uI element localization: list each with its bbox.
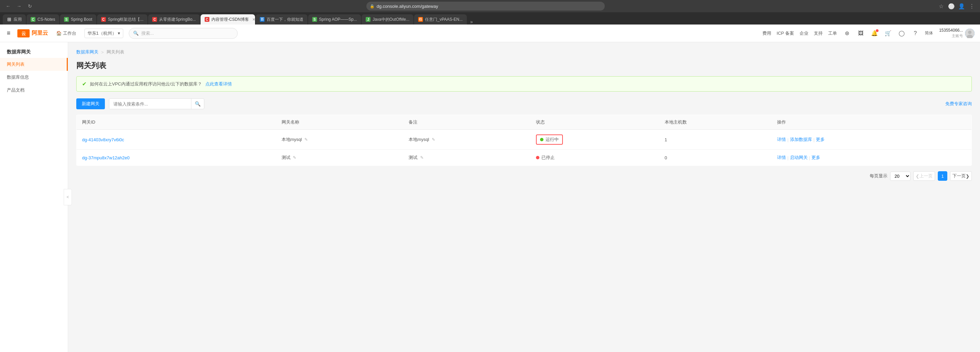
nav-support[interactable]: 支持 [814, 30, 822, 37]
header-account[interactable]: 153554066... 主账号 [939, 27, 975, 38]
new-gateway-button[interactable]: 新建网关 [76, 99, 105, 109]
tab-apps[interactable]: ⊞ 应用 [3, 14, 26, 24]
nav-icp[interactable]: ICP 备案 [777, 30, 794, 37]
address-bar[interactable]: 🔒 dg.console.aliyun.com/gateway [366, 2, 605, 11]
avatar [965, 29, 975, 38]
action-start-2[interactable]: 启动网关 [790, 154, 808, 161]
icon-circle[interactable]: ◯ [897, 29, 907, 38]
col-header-actions: 操作 [772, 115, 972, 130]
cell-name-2: 测试 ✎ [276, 150, 403, 166]
status-text-1: 运行中 [546, 137, 559, 143]
free-consult-link[interactable]: 免费专家咨询 [945, 101, 972, 107]
action-detail-1[interactable]: 详情 [777, 137, 786, 143]
logo-box: 云 [18, 29, 30, 37]
header-search[interactable]: 🔍 搜索... [129, 28, 238, 39]
tab-csdn[interactable]: C 内容管理-CSDN博客 ✕ [200, 14, 255, 24]
sidebar-item-db-info[interactable]: 数据库信息 [0, 71, 68, 84]
tab-favicon-aop: S [312, 17, 317, 22]
aliyun-logo[interactable]: 云 阿里云 [18, 29, 48, 37]
tab-spring-aop[interactable]: S Spring AOP——Sp... [308, 14, 361, 24]
icon-grid[interactable]: ⊛ [842, 29, 852, 38]
sidebar: 数据库网关 网关列表 数据库信息 产品文档 < [0, 42, 68, 352]
nav-fees[interactable]: 费用 [762, 30, 771, 37]
header-nav: 费用 ICP 备案 企业 支持 工单 [762, 30, 837, 37]
next-page-button[interactable]: 下一页 ❯ [950, 171, 972, 181]
content-area: 数据库网关 > 网关列表 网关列表 ✔ 如何在云上VPC内通过应用程序访问他云/… [68, 42, 980, 352]
tab-springbo[interactable]: C 从零搭建SpringBo... [148, 14, 200, 24]
more-tabs-button[interactable]: » [468, 19, 476, 24]
tab-cs-notes[interactable]: C CS-Notes [27, 14, 59, 24]
region-selector[interactable]: 华东1（杭州） ▾ [84, 29, 123, 38]
notice-link[interactable]: 点此查看详情 [205, 81, 232, 87]
workbench-button[interactable]: 🏠 工作台 [54, 29, 79, 38]
icon-question[interactable]: ? [910, 29, 920, 38]
status-dot-red [536, 156, 539, 159]
hamburger-button[interactable]: ≡ [5, 28, 12, 38]
svg-point-3 [968, 31, 972, 34]
cell-id-2: dg-37mpu8x7w12ah2e0 [76, 150, 276, 166]
page-1-button[interactable]: 1 [938, 171, 947, 181]
profile-icon[interactable]: 👤 [958, 2, 966, 10]
notification-badge [876, 29, 878, 32]
tab-label: 百度一下，你就知道 [267, 17, 304, 22]
gateway-id-link-1[interactable]: dg-41403v8xry7v6i0c [82, 137, 124, 142]
tab-favicon-java: J [366, 17, 371, 22]
action-more-2[interactable]: 更多 [811, 154, 820, 161]
lock-icon: 🔒 [370, 4, 375, 8]
header-icons: ⊛ 🖼 🔔 🛒 ◯ ? 简体 [842, 29, 934, 38]
tab-spring-framework[interactable]: C Spring框架总结【... [97, 14, 148, 24]
check-circle-icon: ✔ [82, 81, 86, 87]
action-links-1: 详情 | 添加数据库 | 更多 [777, 137, 966, 143]
gateway-remark-1: 本地mysql [409, 137, 429, 142]
gateway-name-1: 本地mysql [282, 137, 302, 142]
edit-name-icon-1[interactable]: ✎ [304, 137, 308, 142]
sidebar-item-product-docs[interactable]: 产品文档 [0, 84, 68, 97]
back-button[interactable]: ← [4, 2, 12, 10]
action-add-db-1[interactable]: 添加数据库 [790, 137, 812, 143]
icon-cart[interactable]: 🛒 [883, 29, 893, 38]
forward-button[interactable]: → [15, 2, 23, 10]
tab-favicon-apps: ⊞ [7, 17, 11, 22]
tab-close-csdn[interactable]: ✕ [252, 18, 255, 22]
search-button[interactable]: 🔍 [191, 99, 204, 109]
sidebar-title: 数据库网关 [0, 45, 68, 58]
search-input[interactable] [109, 99, 191, 109]
sidebar-item-gateway-list[interactable]: 网关列表 [0, 58, 68, 71]
icon-lang[interactable]: 简体 [924, 29, 934, 38]
prev-page-button[interactable]: ❮ 上一页 [913, 171, 935, 181]
tab-yimao[interactable]: 任 任意门_vPAAS-EN... [414, 14, 466, 24]
tab-spring-boot[interactable]: S Spring Boot [60, 14, 96, 24]
nav-enterprise[interactable]: 企业 [800, 30, 808, 37]
action-sep: | [813, 137, 815, 142]
edit-name-icon-2[interactable]: ✎ [293, 155, 296, 160]
sidebar-label-product-docs: 产品文档 [7, 87, 24, 93]
edit-remark-icon-2[interactable]: ✎ [420, 155, 423, 160]
tab-label: Spring Boot [71, 17, 92, 22]
notice-text: 如何在云上VPC内通过应用程序访问他云/云下的数据库？ [90, 81, 202, 87]
page-title: 网关列表 [76, 61, 972, 71]
nav-order[interactable]: 工单 [828, 30, 837, 37]
action-more-1[interactable]: 更多 [816, 137, 825, 143]
cell-status-2: 已停止 [531, 150, 659, 166]
icon-bell[interactable]: 🔔 [870, 29, 879, 38]
reload-button[interactable]: ↻ [26, 2, 34, 10]
breadcrumb-parent[interactable]: 数据库网关 [76, 49, 99, 55]
extension-icon[interactable]: ⚪ [947, 2, 956, 10]
star-icon[interactable]: ☆ [937, 2, 945, 10]
aliyun-header: ≡ 云 阿里云 🏠 工作台 华东1（杭州） ▾ 🔍 搜索... 费用 ICP 备… [0, 24, 980, 42]
action-detail-2[interactable]: 详情 [777, 154, 786, 161]
icon-image[interactable]: 🖼 [856, 29, 865, 38]
tab-baidu[interactable]: 百 百度一下，你就知道 [256, 14, 307, 24]
per-page-label: 每页显示 [870, 173, 888, 179]
status-badge-stopped: 已停止 [536, 154, 555, 161]
menu-icon[interactable]: ⋮ [968, 2, 976, 10]
sidebar-collapse-button[interactable]: < [64, 189, 72, 205]
per-page-select[interactable]: 20 50 100 [890, 172, 910, 181]
tab-java-oom[interactable]: J Java中的OutOfMe... [362, 14, 414, 24]
action-sep: | [809, 155, 810, 160]
tab-label: 任意门_vPAAS-EN... [425, 17, 462, 22]
table-row: dg-37mpu8x7w12ah2e0 测试 ✎ 测试 ✎ 已停止 [76, 150, 972, 166]
col-header-remark: 备注 [403, 115, 530, 130]
gateway-id-link-2[interactable]: dg-37mpu8x7w12ah2e0 [82, 155, 130, 160]
edit-remark-icon-1[interactable]: ✎ [432, 137, 435, 142]
